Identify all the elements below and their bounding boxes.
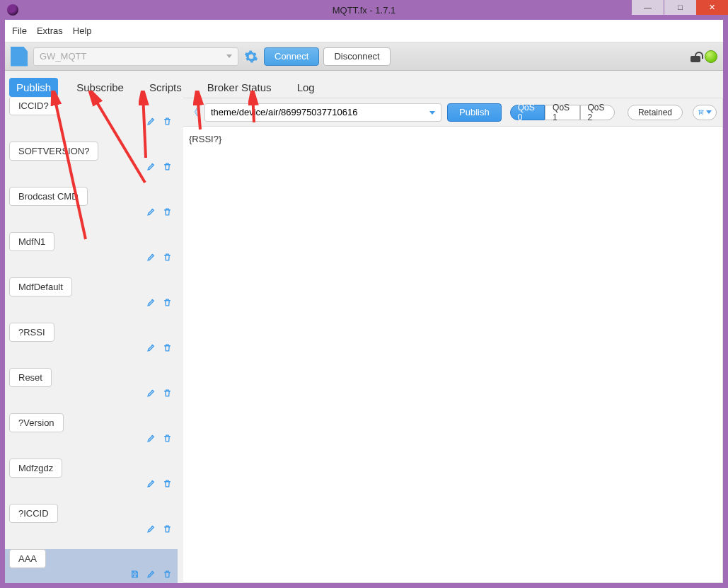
window-title: MQTT.fx - 1.7.1: [0, 5, 728, 16]
app-window: MQTT.fx - 1.7.1 — □ ✕ File Extras Help G…: [0, 0, 728, 588]
command-item[interactable]: MdfN1: [5, 232, 178, 266]
command-actions: [9, 298, 173, 309]
main-split: xICCID?SOFTVERSION?Brodcast CMDMdfN1MdfD…: [5, 98, 723, 583]
connect-button[interactable]: Connect: [264, 47, 319, 66]
command-button[interactable]: AAA: [9, 549, 46, 568]
command-item[interactable]: Reset: [5, 368, 178, 402]
command-button[interactable]: MdfDefault: [9, 277, 72, 296]
tab-scripts[interactable]: Scripts: [142, 78, 189, 97]
delete-icon[interactable]: [163, 298, 172, 309]
maximize-button[interactable]: □: [664, 0, 696, 15]
disconnect-button[interactable]: Disconnect: [323, 47, 390, 66]
command-item[interactable]: ICCID?: [5, 98, 178, 130]
command-item[interactable]: Brodcast CMD: [5, 187, 178, 221]
menu-extras[interactable]: Extras: [37, 25, 63, 36]
connection-status-dot: [705, 50, 717, 63]
edit-icon[interactable]: [146, 388, 156, 400]
svg-point-8: [700, 112, 702, 113]
tab-log[interactable]: Log: [290, 78, 322, 97]
command-button[interactable]: Reset: [9, 368, 52, 387]
splitter[interactable]: [178, 98, 183, 583]
delete-icon[interactable]: [163, 479, 172, 490]
minimize-button[interactable]: —: [632, 0, 664, 15]
edit-icon[interactable]: [146, 298, 156, 309]
delete-icon[interactable]: [163, 434, 172, 445]
save-icon[interactable]: [130, 570, 139, 581]
publish-settings-button[interactable]: [693, 105, 717, 120]
delete-icon[interactable]: [163, 253, 172, 264]
chevron-down-icon: [226, 54, 232, 58]
qos0-button[interactable]: QoS 0: [510, 105, 545, 120]
tab-publish[interactable]: Publish: [9, 78, 58, 97]
svg-point-7: [702, 110, 703, 111]
back-caret-icon[interactable]: 《: [189, 106, 199, 119]
qos1-button[interactable]: QoS 1: [545, 105, 579, 120]
command-actions: [9, 253, 173, 264]
delete-icon[interactable]: [163, 524, 172, 536]
edit-icon[interactable]: [146, 434, 156, 445]
command-actions: [9, 524, 173, 536]
command-button[interactable]: ?RSSI: [9, 323, 54, 342]
command-item[interactable]: Mdfzgdz: [5, 459, 178, 492]
content: Publish Subscribe Scripts Broker Status …: [5, 71, 723, 583]
command-actions: [9, 343, 173, 354]
publish-bar: 《 theme/device/air/869975037710616 Publi…: [183, 98, 722, 127]
delete-icon[interactable]: [163, 162, 172, 173]
gear-icon[interactable]: [244, 50, 258, 64]
qos2-button[interactable]: QoS 2: [580, 105, 615, 120]
command-item[interactable]: ?ICCID: [5, 504, 178, 538]
command-button[interactable]: Mdfzgdz: [9, 459, 62, 478]
command-item[interactable]: SOFTVERSION?: [5, 142, 178, 175]
command-item[interactable]: MdfDefault: [5, 277, 178, 311]
delete-icon[interactable]: [163, 343, 172, 354]
publish-button[interactable]: Publish: [447, 103, 502, 122]
command-actions: [9, 570, 173, 581]
edit-icon[interactable]: [146, 117, 156, 128]
command-actions: [9, 117, 173, 128]
svg-point-6: [698, 110, 700, 111]
edit-icon[interactable]: [146, 162, 156, 173]
command-item[interactable]: AAA: [5, 549, 178, 583]
command-actions: [9, 388, 173, 400]
delete-icon[interactable]: [163, 117, 172, 128]
chevron-down-icon: [706, 110, 712, 114]
command-button[interactable]: ICCID?: [9, 98, 58, 115]
edit-icon[interactable]: [146, 570, 156, 581]
command-button[interactable]: SOFTVERSION?: [9, 142, 98, 161]
editor-pane: 《 theme/device/air/869975037710616 Publi…: [183, 98, 723, 583]
command-button[interactable]: Brodcast CMD: [9, 187, 88, 206]
command-actions: [9, 479, 173, 490]
command-button[interactable]: ?Version: [9, 413, 64, 432]
tab-broker-status[interactable]: Broker Status: [200, 78, 279, 97]
delete-icon[interactable]: [163, 570, 172, 581]
retained-toggle[interactable]: Retained: [628, 105, 683, 120]
topic-value: theme/device/air/869975037710616: [211, 107, 357, 117]
tabs: Publish Subscribe Scripts Broker Status …: [5, 71, 723, 98]
edit-icon[interactable]: [146, 343, 156, 354]
toolbar: GW_MQTT Connect Disconnect: [5, 42, 723, 71]
menu-file[interactable]: File: [12, 25, 27, 36]
tab-subscribe[interactable]: Subscribe: [69, 78, 131, 97]
payload-editor[interactable]: [183, 127, 722, 582]
delete-icon[interactable]: [163, 388, 172, 400]
command-button[interactable]: ?ICCID: [9, 504, 58, 523]
edit-icon[interactable]: [146, 524, 156, 536]
profile-file-icon[interactable]: [11, 47, 28, 67]
command-actions: [9, 434, 173, 445]
command-actions: [9, 162, 173, 173]
titlebar: MQTT.fx - 1.7.1 — □ ✕: [0, 0, 728, 20]
command-item[interactable]: ?RSSI: [5, 323, 178, 357]
command-button[interactable]: MdfN1: [9, 232, 54, 251]
edit-icon[interactable]: [146, 207, 156, 219]
profile-dropdown[interactable]: GW_MQTT: [33, 47, 238, 66]
delete-icon[interactable]: [163, 207, 172, 219]
lock-icon: [691, 51, 700, 62]
qos-group: QoS 0 QoS 1 QoS 2: [510, 105, 615, 120]
close-button[interactable]: ✕: [696, 0, 728, 15]
topic-dropdown[interactable]: theme/device/air/869975037710616: [204, 103, 441, 122]
edit-icon[interactable]: [146, 479, 156, 490]
command-sidebar[interactable]: xICCID?SOFTVERSION?Brodcast CMDMdfN1MdfD…: [5, 98, 178, 583]
menu-help[interactable]: Help: [73, 25, 92, 36]
command-item[interactable]: ?Version: [5, 413, 178, 447]
edit-icon[interactable]: [146, 253, 156, 264]
